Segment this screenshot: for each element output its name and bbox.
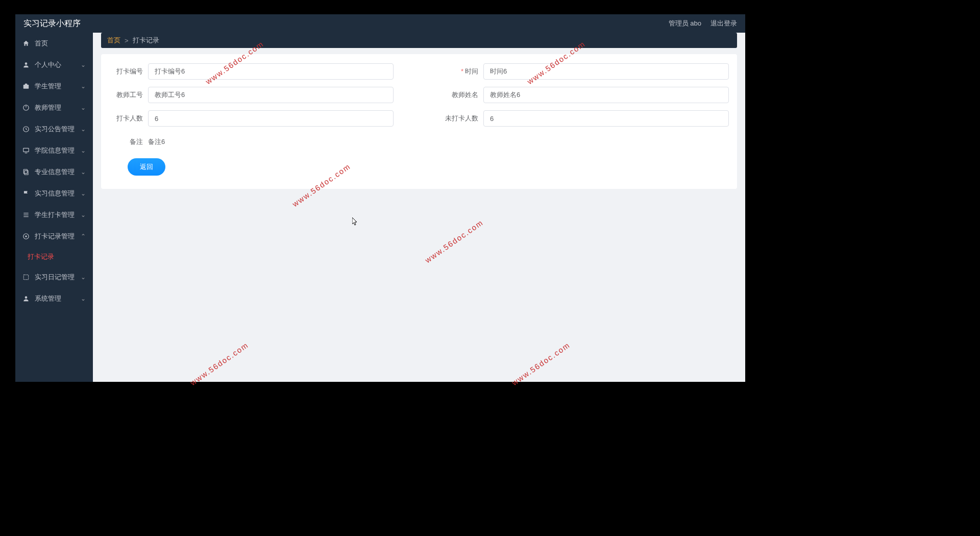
sidebar-item-major-mgmt[interactable]: 专业信息管理 ⌄ xyxy=(15,161,93,183)
chevron-down-icon: ⌄ xyxy=(81,104,86,111)
remark-value: 备注6 xyxy=(148,134,165,150)
field-label: 打卡编号 xyxy=(109,63,148,80)
field-checkin-id: 打卡编号 打卡编号6 xyxy=(109,63,394,80)
chevron-down-icon: ⌄ xyxy=(81,61,86,68)
input-value: 6 xyxy=(490,115,494,123)
sidebar-item-student-checkin-mgmt[interactable]: 学生打卡管理 ⌄ xyxy=(15,204,93,226)
list-icon xyxy=(22,211,30,218)
watermark: www.56doc.com xyxy=(423,218,485,264)
sidebar-item-label: 专业信息管理 xyxy=(35,167,81,177)
field-label: 打卡人数 xyxy=(109,110,148,127)
input-value: 打卡编号6 xyxy=(155,67,185,76)
field-label: 未打卡人数 xyxy=(445,110,483,127)
svg-point-15 xyxy=(25,296,28,299)
breadcrumb-separator: > xyxy=(125,37,129,44)
expand-icon xyxy=(22,274,30,281)
checkin-count-input[interactable]: 6 xyxy=(148,110,394,127)
sidebar-item-label: 个人中心 xyxy=(35,60,81,69)
field-teacher-name: 教师姓名 教师姓名6 xyxy=(445,87,729,103)
user-label[interactable]: 管理员 abo xyxy=(669,19,701,28)
monitor-icon xyxy=(22,147,30,154)
field-label: 教师工号 xyxy=(109,87,148,103)
main-content: 首页 > 打卡记录 打卡编号 打卡编号6 时间 时间6 教师工号 xyxy=(93,33,745,382)
sidebar-item-student-mgmt[interactable]: 学生管理 ⌄ xyxy=(15,76,93,97)
back-button[interactable]: 返回 xyxy=(128,158,165,176)
sidebar-item-checkin-record-mgmt[interactable]: 打卡记录管理 ⌃ xyxy=(15,226,93,247)
field-label: 时间 xyxy=(445,63,483,80)
form-card: 打卡编号 打卡编号6 时间 时间6 教师工号 教师工号6 教师姓名 教师姓名6 xyxy=(101,54,737,189)
svg-point-13 xyxy=(25,235,27,237)
sidebar-item-label: 学生管理 xyxy=(35,82,81,91)
flag-icon xyxy=(22,190,30,197)
sidebar-item-internship-mgmt[interactable]: 实习信息管理 ⌄ xyxy=(15,183,93,204)
chevron-down-icon: ⌄ xyxy=(81,211,86,218)
case-icon xyxy=(22,83,30,90)
person-icon xyxy=(22,295,30,302)
teacher-name-input[interactable]: 教师姓名6 xyxy=(483,87,729,103)
sidebar-item-teacher-mgmt[interactable]: 教师管理 ⌄ xyxy=(15,97,93,118)
sidebar-item-system-mgmt[interactable]: 系统管理 ⌄ xyxy=(15,288,93,309)
field-label: 备注 xyxy=(109,134,148,150)
field-time: 时间 时间6 xyxy=(445,63,729,80)
time-input[interactable]: 时间6 xyxy=(483,63,729,80)
svg-rect-7 xyxy=(24,170,28,175)
sidebar-item-label: 系统管理 xyxy=(35,294,81,303)
missed-count-input[interactable]: 6 xyxy=(483,110,729,127)
svg-rect-14 xyxy=(23,275,28,279)
breadcrumb: 首页 > 打卡记录 xyxy=(101,33,737,48)
breadcrumb-current: 打卡记录 xyxy=(133,36,159,45)
checkin-id-input[interactable]: 打卡编号6 xyxy=(148,63,394,80)
home-icon xyxy=(22,40,30,47)
sidebar-item-college-mgmt[interactable]: 学院信息管理 ⌄ xyxy=(15,140,93,161)
breadcrumb-home[interactable]: 首页 xyxy=(107,36,120,45)
sidebar-item-label: 实习公告管理 xyxy=(35,125,81,134)
sidebar-item-label: 教师管理 xyxy=(35,103,81,112)
target-icon xyxy=(22,233,30,240)
svg-rect-1 xyxy=(23,85,29,89)
sidebar-item-label: 打卡记录管理 xyxy=(35,232,81,241)
clock-icon xyxy=(22,126,30,133)
sidebar-item-label: 实习信息管理 xyxy=(35,189,81,198)
chevron-down-icon: ⌄ xyxy=(81,168,86,176)
sidebar-item-diary-mgmt[interactable]: 实习日记管理 ⌄ xyxy=(15,266,93,288)
sidebar-item-label: 实习日记管理 xyxy=(35,273,81,282)
input-value: 教师工号6 xyxy=(155,90,185,100)
svg-rect-8 xyxy=(23,169,27,174)
chevron-down-icon: ⌄ xyxy=(81,274,86,281)
svg-point-0 xyxy=(25,62,28,65)
input-value: 时间6 xyxy=(490,67,507,76)
user-icon xyxy=(22,61,30,68)
svg-rect-5 xyxy=(23,148,29,152)
chevron-up-icon: ⌃ xyxy=(81,233,86,240)
field-checkin-count: 打卡人数 6 xyxy=(109,110,394,127)
sidebar-item-profile[interactable]: 个人中心 ⌄ xyxy=(15,54,93,76)
sidebar-item-label: 学院信息管理 xyxy=(35,146,81,155)
field-missed-count: 未打卡人数 6 xyxy=(445,110,729,127)
sidebar: 首页 个人中心 ⌄ 学生管理 ⌄ 教师管理 ⌄ 实习公告管理 ⌄ xyxy=(15,33,93,382)
input-value: 6 xyxy=(155,115,158,123)
app-title: 实习记录小程序 xyxy=(23,18,81,29)
sidebar-item-home[interactable]: 首页 xyxy=(15,33,93,54)
field-label: 教师姓名 xyxy=(445,87,483,103)
sidebar-item-label: 首页 xyxy=(35,39,86,48)
chevron-down-icon: ⌄ xyxy=(81,126,86,133)
watermark: www.56doc.com xyxy=(188,340,250,387)
header-actions: 管理员 abo 退出登录 xyxy=(669,19,737,28)
logout-link[interactable]: 退出登录 xyxy=(710,19,737,28)
chevron-down-icon: ⌄ xyxy=(81,190,86,197)
field-remark: 备注 备注6 xyxy=(109,134,729,150)
sidebar-subitem-label: 打卡记录 xyxy=(28,252,54,261)
sidebar-subitem-checkin-record[interactable]: 打卡记录 xyxy=(15,247,93,266)
input-value: 教师姓名6 xyxy=(490,90,520,100)
chevron-down-icon: ⌄ xyxy=(81,295,86,302)
chevron-down-icon: ⌄ xyxy=(81,83,86,90)
sidebar-item-label: 学生打卡管理 xyxy=(35,210,81,220)
copy-icon xyxy=(22,168,30,176)
field-teacher-id: 教师工号 教师工号6 xyxy=(109,87,394,103)
chevron-down-icon: ⌄ xyxy=(81,147,86,154)
power-icon xyxy=(22,104,30,111)
app-header: 实习记录小程序 管理员 abo 退出登录 xyxy=(15,14,745,33)
teacher-id-input[interactable]: 教师工号6 xyxy=(148,87,394,103)
watermark: www.56doc.com xyxy=(510,340,572,387)
sidebar-item-announcement-mgmt[interactable]: 实习公告管理 ⌄ xyxy=(15,118,93,140)
